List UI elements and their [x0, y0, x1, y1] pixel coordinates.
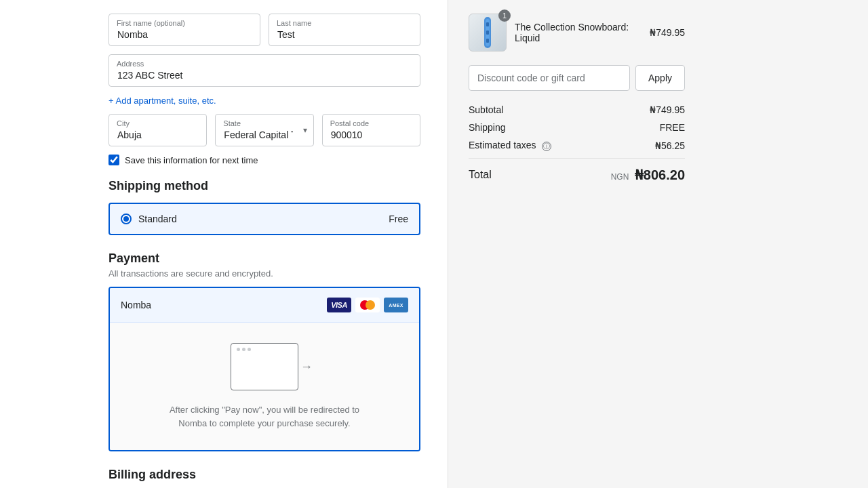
address-input[interactable] [108, 54, 420, 87]
taxes-label-text: Estimated taxes [469, 140, 536, 150]
product-badge: 1 [498, 9, 511, 22]
address-field: Address [108, 54, 420, 87]
redirect-box-dots [237, 348, 251, 351]
total-line: Total NGN ₦806.20 [469, 158, 685, 183]
shipping-label: Standard [138, 214, 177, 224]
product-row: 1 The Collection Snowboard: Liquid ₦749.… [469, 14, 685, 52]
redirect-text: After clicking "Pay now", you will be re… [170, 403, 359, 430]
payment-icons: VISA AMEX [327, 298, 408, 312]
redirect-box: → [231, 343, 298, 390]
save-info-label: Save this information for next time [125, 155, 258, 165]
product-info: The Collection Snowboard: Liquid [515, 22, 642, 43]
apply-button[interactable]: Apply [635, 65, 685, 91]
billing-title: Billing address [108, 468, 420, 482]
taxes-line: Estimated taxes ⓘ ₦56.25 [469, 140, 685, 151]
payment-title: Payment [108, 251, 420, 266]
shipping-section-title: Shipping method [108, 179, 420, 193]
first-name-field: First name (optional) [108, 14, 260, 46]
visa-icon: VISA [327, 298, 351, 312]
dot-3 [248, 348, 251, 351]
address-label: Address [117, 60, 144, 68]
shipping-section: Shipping method Standard Free [108, 179, 420, 235]
left-panel: First name (optional) Last name Address … [0, 0, 448, 488]
shipping-radio [121, 214, 132, 224]
payment-option: Nomba VISA AMEX [108, 287, 420, 451]
redirect-illustration: → [231, 343, 298, 392]
total-currency: NGN [611, 172, 629, 182]
shipping-summary-value: FREE [660, 122, 685, 133]
payment-body: → After clicking "Pay now", you will be … [110, 323, 419, 450]
product-price: ₦749.95 [650, 27, 685, 38]
shipping-line: Shipping FREE [469, 122, 685, 133]
svg-rect-4 [486, 39, 489, 43]
shipping-option[interactable]: Standard Free [108, 203, 420, 235]
postal-field: Postal code [322, 114, 420, 146]
first-name-label: First name (optional) [117, 19, 185, 27]
last-name-field: Last name [269, 14, 420, 46]
subtotal-line: Subtotal ₦749.95 [469, 104, 685, 115]
right-panel: 1 The Collection Snowboard: Liquid ₦749.… [448, 0, 705, 488]
billing-section: Billing address Same as shipping address… [108, 468, 420, 488]
state-field: State Federal Capital Terri... ▾ [215, 114, 313, 146]
shipping-price: Free [389, 214, 408, 224]
radio-dot-inner [123, 216, 129, 222]
address-field-wrap: Address [108, 54, 420, 87]
discount-row: Apply [469, 65, 685, 91]
discount-input[interactable] [469, 65, 630, 91]
total-label: Total [469, 169, 492, 181]
mastercard-icon [355, 298, 380, 312]
dot-2 [242, 348, 245, 351]
product-image-wrap: 1 [469, 14, 507, 52]
product-name: The Collection Snowboard: Liquid [515, 22, 642, 43]
payment-name: Nomba [121, 300, 151, 310]
payment-section: Payment All transactions are secure and … [108, 251, 420, 451]
total-value-wrap: NGN ₦806.20 [611, 167, 685, 183]
taxes-value: ₦56.25 [655, 140, 685, 151]
svg-rect-2 [486, 22, 489, 26]
redirect-arrow-icon: → [300, 360, 313, 374]
total-amount: ₦806.20 [635, 167, 685, 182]
name-row: First name (optional) Last name [108, 14, 420, 46]
taxes-label: Estimated taxes ⓘ [469, 140, 551, 151]
shipping-option-left: Standard [121, 214, 177, 224]
save-info-checkbox[interactable] [108, 155, 119, 165]
city-state-row: City State Federal Capital Terri... ▾ Po… [108, 114, 420, 146]
info-icon[interactable]: ⓘ [542, 142, 551, 151]
add-apartment-link[interactable]: + Add apartment, suite, etc. [108, 96, 216, 106]
dot-1 [237, 348, 240, 351]
last-name-label: Last name [277, 19, 311, 27]
amex-icon: AMEX [384, 298, 408, 312]
subtotal-label: Subtotal [469, 104, 503, 115]
state-label: State [223, 119, 241, 127]
city-field: City [108, 114, 207, 146]
snowboard-svg [477, 16, 498, 49]
subtotal-value: ₦749.95 [650, 104, 685, 115]
svg-rect-3 [486, 30, 489, 35]
payment-subtitle: All transactions are secure and encrypte… [108, 268, 420, 279]
shipping-summary-label: Shipping [469, 122, 506, 133]
save-info-row: Save this information for next time [108, 155, 420, 165]
city-label: City [117, 119, 130, 127]
payment-header[interactable]: Nomba VISA AMEX [110, 288, 419, 323]
postal-label: Postal code [330, 119, 369, 127]
